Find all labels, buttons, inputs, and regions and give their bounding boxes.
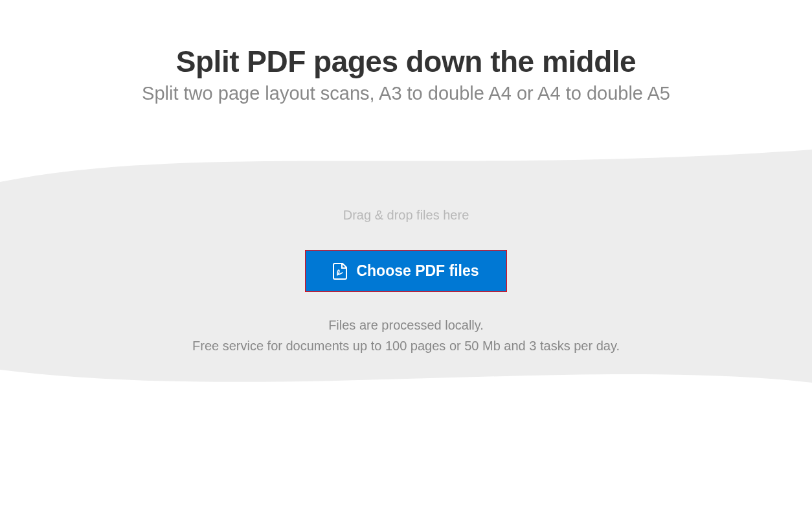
page-subtitle: Split two page layout scans, A3 to doubl…	[0, 83, 812, 104]
page-header: Split PDF pages down the middle Split tw…	[0, 0, 812, 130]
drag-drop-text: Drag & drop files here	[0, 208, 812, 223]
info-text: Files are processed locally. Free servic…	[0, 315, 812, 356]
choose-files-button-label: Choose PDF files	[356, 262, 479, 280]
dropzone-area[interactable]: Drag & drop files here Choose PDF files …	[0, 130, 812, 389]
choose-files-button[interactable]: Choose PDF files	[305, 250, 506, 292]
pdf-file-icon	[333, 263, 347, 280]
info-line-2: Free service for documents up to 100 pag…	[0, 335, 812, 356]
page-title: Split PDF pages down the middle	[0, 44, 812, 79]
info-line-1: Files are processed locally.	[0, 315, 812, 335]
